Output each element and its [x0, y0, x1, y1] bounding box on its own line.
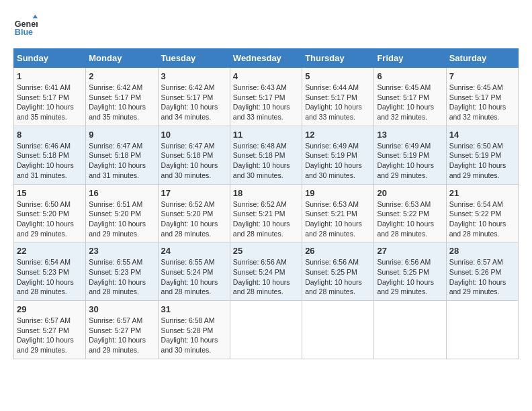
day-number: 15: [17, 188, 83, 198]
cell-content: Sunrise: 6:51 AM Sunset: 5:20 PM Dayligh…: [89, 199, 154, 239]
daylight-label: Daylight: 10 hours and 34 minutes.: [161, 103, 218, 121]
calendar-cell: 24 Sunrise: 6:55 AM Sunset: 5:24 PM Dayl…: [158, 242, 230, 301]
weekday-header: Thursday: [302, 49, 374, 68]
weekday-header: Wednesday: [230, 49, 302, 68]
calendar-row: 1 Sunrise: 6:41 AM Sunset: 5:17 PM Dayli…: [14, 68, 519, 126]
calendar-cell: 28 Sunrise: 6:57 AM Sunset: 5:26 PM Dayl…: [446, 242, 518, 301]
sunrise-label: Sunrise: 6:46 AM: [17, 142, 71, 150]
daylight-label: Daylight: 10 hours and 31 minutes.: [89, 161, 146, 179]
calendar-cell: 18 Sunrise: 6:52 AM Sunset: 5:21 PM Dayl…: [230, 184, 302, 242]
calendar-cell: 26 Sunrise: 6:56 AM Sunset: 5:25 PM Dayl…: [302, 242, 374, 301]
calendar-cell: 10 Sunrise: 6:47 AM Sunset: 5:18 PM Dayl…: [158, 126, 230, 184]
daylight-label: Daylight: 10 hours and 29 minutes.: [377, 161, 434, 179]
day-number: 27: [377, 246, 443, 256]
daylight-label: Daylight: 10 hours and 28 minutes.: [17, 278, 74, 296]
cell-content: Sunrise: 6:41 AM Sunset: 5:17 PM Dayligh…: [17, 83, 83, 122]
cell-content: Sunrise: 6:47 AM Sunset: 5:18 PM Dayligh…: [89, 141, 154, 181]
sunrise-label: Sunrise: 6:57 AM: [449, 258, 503, 266]
day-number: 3: [161, 71, 227, 81]
day-number: 16: [89, 188, 154, 198]
cell-content: Sunrise: 6:57 AM Sunset: 5:27 PM Dayligh…: [89, 316, 154, 355]
sunset-label: Sunset: 5:21 PM: [233, 210, 285, 218]
calendar-cell: [230, 301, 302, 359]
sunrise-label: Sunrise: 6:50 AM: [17, 200, 71, 208]
calendar-cell: 19 Sunrise: 6:53 AM Sunset: 5:21 PM Dayl…: [302, 184, 374, 242]
weekday-header: Sunday: [14, 49, 86, 68]
daylight-label: Daylight: 10 hours and 29 minutes.: [17, 220, 74, 238]
calendar-table: SundayMondayTuesdayWednesdayThursdayFrid…: [13, 48, 519, 359]
weekday-header: Tuesday: [158, 49, 230, 68]
sunset-label: Sunset: 5:18 PM: [161, 151, 214, 159]
daylight-label: Daylight: 10 hours and 28 minutes.: [305, 278, 362, 296]
sunset-label: Sunset: 5:19 PM: [449, 151, 502, 159]
cell-content: Sunrise: 6:50 AM Sunset: 5:19 PM Dayligh…: [449, 141, 515, 181]
calendar-cell: [446, 301, 518, 359]
sunrise-label: Sunrise: 6:49 AM: [377, 142, 431, 150]
day-number: 31: [161, 304, 227, 314]
sunset-label: Sunset: 5:18 PM: [233, 151, 285, 159]
daylight-label: Daylight: 10 hours and 28 minutes.: [449, 220, 506, 238]
sunset-label: Sunset: 5:17 PM: [377, 93, 429, 101]
calendar-cell: [374, 301, 446, 359]
sunset-label: Sunset: 5:19 PM: [305, 151, 357, 159]
calendar-row: 22 Sunrise: 6:54 AM Sunset: 5:23 PM Dayl…: [14, 242, 519, 301]
cell-content: Sunrise: 6:44 AM Sunset: 5:17 PM Dayligh…: [305, 83, 371, 122]
daylight-label: Daylight: 10 hours and 33 minutes.: [233, 103, 290, 121]
cell-content: Sunrise: 6:56 AM Sunset: 5:25 PM Dayligh…: [305, 257, 371, 297]
sunrise-label: Sunrise: 6:53 AM: [377, 200, 431, 208]
cell-content: Sunrise: 6:56 AM Sunset: 5:25 PM Dayligh…: [377, 257, 443, 297]
daylight-label: Daylight: 10 hours and 30 minutes.: [161, 336, 218, 354]
day-number: 5: [305, 71, 371, 81]
sunrise-label: Sunrise: 6:42 AM: [89, 83, 142, 91]
cell-content: Sunrise: 6:47 AM Sunset: 5:18 PM Dayligh…: [161, 141, 227, 181]
sunset-label: Sunset: 5:17 PM: [449, 93, 502, 101]
daylight-label: Daylight: 10 hours and 33 minutes.: [305, 103, 362, 121]
day-number: 13: [377, 130, 443, 140]
calendar-cell: 16 Sunrise: 6:51 AM Sunset: 5:20 PM Dayl…: [86, 184, 158, 242]
page-header: General Blue: [13, 13, 519, 38]
sunrise-label: Sunrise: 6:41 AM: [17, 83, 71, 91]
calendar-cell: 25 Sunrise: 6:56 AM Sunset: 5:24 PM Dayl…: [230, 242, 302, 301]
calendar-row: 15 Sunrise: 6:50 AM Sunset: 5:20 PM Dayl…: [14, 184, 519, 242]
calendar-cell: 1 Sunrise: 6:41 AM Sunset: 5:17 PM Dayli…: [14, 68, 86, 126]
cell-content: Sunrise: 6:52 AM Sunset: 5:21 PM Dayligh…: [233, 199, 299, 239]
cell-content: Sunrise: 6:57 AM Sunset: 5:26 PM Dayligh…: [449, 257, 515, 297]
daylight-label: Daylight: 10 hours and 32 minutes.: [377, 103, 434, 121]
day-number: 9: [89, 130, 154, 140]
daylight-label: Daylight: 10 hours and 28 minutes.: [89, 278, 146, 296]
calendar-cell: 5 Sunrise: 6:44 AM Sunset: 5:17 PM Dayli…: [302, 68, 374, 126]
weekday-header-row: SundayMondayTuesdayWednesdayThursdayFrid…: [14, 49, 519, 68]
calendar-cell: 22 Sunrise: 6:54 AM Sunset: 5:23 PM Dayl…: [14, 242, 86, 301]
sunset-label: Sunset: 5:17 PM: [305, 93, 357, 101]
calendar-cell: 21 Sunrise: 6:54 AM Sunset: 5:22 PM Dayl…: [446, 184, 518, 242]
sunset-label: Sunset: 5:20 PM: [161, 210, 214, 218]
calendar-cell: 11 Sunrise: 6:48 AM Sunset: 5:18 PM Dayl…: [230, 126, 302, 184]
cell-content: Sunrise: 6:42 AM Sunset: 5:17 PM Dayligh…: [161, 83, 227, 122]
calendar-cell: 13 Sunrise: 6:49 AM Sunset: 5:19 PM Dayl…: [374, 126, 446, 184]
logo: General Blue: [13, 13, 40, 38]
sunset-label: Sunset: 5:25 PM: [377, 268, 429, 276]
sunrise-label: Sunrise: 6:52 AM: [233, 200, 287, 208]
sunrise-label: Sunrise: 6:45 AM: [377, 83, 431, 91]
sunset-label: Sunset: 5:28 PM: [161, 326, 214, 334]
daylight-label: Daylight: 10 hours and 29 minutes.: [89, 336, 146, 354]
daylight-label: Daylight: 10 hours and 30 minutes.: [233, 161, 290, 179]
day-number: 23: [89, 246, 154, 256]
sunrise-label: Sunrise: 6:56 AM: [305, 258, 359, 266]
weekday-header: Saturday: [446, 49, 518, 68]
calendar-row: 8 Sunrise: 6:46 AM Sunset: 5:18 PM Dayli…: [14, 126, 519, 184]
day-number: 18: [233, 188, 299, 198]
sunset-label: Sunset: 5:24 PM: [233, 268, 285, 276]
day-number: 30: [89, 304, 154, 314]
day-number: 12: [305, 130, 371, 140]
sunrise-label: Sunrise: 6:53 AM: [305, 200, 359, 208]
day-number: 29: [17, 304, 83, 314]
calendar-cell: 17 Sunrise: 6:52 AM Sunset: 5:20 PM Dayl…: [158, 184, 230, 242]
daylight-label: Daylight: 10 hours and 28 minutes.: [161, 220, 218, 238]
daylight-label: Daylight: 10 hours and 30 minutes.: [305, 161, 362, 179]
daylight-label: Daylight: 10 hours and 32 minutes.: [449, 103, 506, 121]
sunset-label: Sunset: 5:25 PM: [305, 268, 357, 276]
daylight-label: Daylight: 10 hours and 29 minutes.: [449, 278, 506, 296]
calendar-cell: 15 Sunrise: 6:50 AM Sunset: 5:20 PM Dayl…: [14, 184, 86, 242]
daylight-label: Daylight: 10 hours and 28 minutes.: [233, 220, 290, 238]
